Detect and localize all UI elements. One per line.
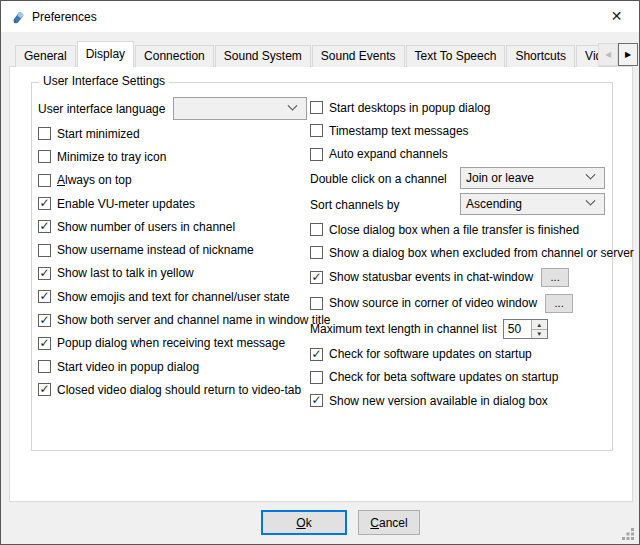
tab-sound-system[interactable]: Sound System [215,45,311,67]
checkbox-start-minimized[interactable] [38,127,51,140]
label-close-dialog-box-when-a-file-transfer-is-f[interactable]: Close dialog box when a file transfer is… [329,223,579,237]
label-enable-vu-meter-updates[interactable]: Enable VU-meter updates [57,197,195,211]
window-title: Preferences [32,10,97,24]
right-row-show-source-in-corner-of-video-window: Show source in corner of video window... [310,290,630,316]
spin-buttons: ▲▼ [531,320,547,338]
right-row-auto-expand-channels: Auto expand channels [310,143,630,166]
tab-video[interactable]: Video [576,45,598,67]
teamtalk-app-icon [10,9,26,25]
label-show-number-of-users-in-channel[interactable]: Show number of users in channel [57,220,235,234]
options-column-left: User interface languageStart minimizedMi… [38,96,310,402]
label-sort-channels-by: Sort channels by [310,198,399,212]
checkbox-popup-dialog-when-receiving-text-message[interactable]: ✓ [38,337,51,350]
tab-strip: GeneralDisplayConnectionSound SystemSoun… [15,41,598,67]
combo-selected-value: Join or leave [461,171,587,185]
chevron-down-icon [288,101,298,111]
label-always-on-top[interactable]: Always on top [57,173,132,187]
cancel-button[interactable]: Cancel [358,510,420,535]
label-show-statusbar-events-in-chat-window[interactable]: Show statusbar events in chat-window [329,270,533,284]
checkbox-closed-video-dialog-should-return-to-video[interactable]: ✓ [38,383,51,396]
checkbox-enable-vu-meter-updates[interactable]: ✓ [38,197,51,210]
more-button-show-source-in-corner-of-video-window[interactable]: ... [545,294,573,313]
label-check-for-beta-software-updates-on-startup[interactable]: Check for beta software updates on start… [329,370,558,384]
checkbox-show-both-server-and-channel-name-in-windo[interactable]: ✓ [38,314,51,327]
group-legend: User Interface Settings [39,74,169,88]
checkbox-show-statusbar-events-in-chat-window[interactable]: ✓ [310,271,323,284]
spin-down-icon[interactable]: ▼ [532,330,547,339]
checkbox-start-desktops-in-popup-dialog[interactable] [310,101,323,114]
checkbox-show-username-instead-of-nickname[interactable] [38,244,51,257]
checkbox-show-last-to-talk-in-yellow[interactable]: ✓ [38,267,51,280]
label-auto-expand-channels[interactable]: Auto expand channels [329,147,448,161]
right-row-check-for-software-updates-on-startup: ✓Check for software updates on startup [310,342,630,365]
checkbox-check-for-software-updates-on-startup[interactable]: ✓ [310,348,323,361]
checkbox-show-source-in-corner-of-video-window[interactable] [310,297,323,310]
left-row-show-username-instead-of-nickname: Show username instead of nickname [38,238,310,261]
checkbox-show-new-version-available-in-dialog-box[interactable]: ✓ [310,394,323,407]
close-icon[interactable]: ✕ [594,1,639,31]
label-show-last-to-talk-in-yellow[interactable]: Show last to talk in yellow [57,266,194,280]
combo-sort-channels-by[interactable]: Ascending [460,193,605,215]
label-show-username-instead-of-nickname[interactable]: Show username instead of nickname [57,243,254,257]
checkbox-auto-expand-channels[interactable] [310,148,323,161]
left-row-always-on-top: Always on top [38,169,310,192]
tab-page-display: User Interface Settings User interface l… [9,66,633,502]
label-start-minimized[interactable]: Start minimized [57,127,140,141]
tab-scroll-right-icon[interactable]: ▶ [618,43,638,66]
left-row-show-number-of-users-in-channel: ✓Show number of users in channel [38,215,310,238]
right-row-timestamp-text-messages: Timestamp text messages [310,119,630,142]
label-check-for-software-updates-on-startup[interactable]: Check for software updates on startup [329,347,532,361]
chevron-down-icon [586,170,596,180]
label-maximum-text-length-in-channel-list: Maximum text length in channel list [310,322,497,336]
left-row-popup-dialog-when-receiving-text-message: ✓Popup dialog when receiving text messag… [38,332,310,355]
label-closed-video-dialog-should-return-to-video[interactable]: Closed video dialog should return to vid… [57,383,301,397]
combo-selected-value: Ascending [461,197,587,211]
left-row-start-minimized: Start minimized [38,122,310,145]
more-button-show-statusbar-events-in-chat-window[interactable]: ... [541,268,569,287]
left-row-start-video-in-popup-dialog: Start video in popup dialog [38,355,310,378]
label-timestamp-text-messages[interactable]: Timestamp text messages [329,124,469,138]
tab-text-to-speech[interactable]: Text To Speech [406,45,506,67]
left-row-enable-vu-meter-updates: ✓Enable VU-meter updates [38,192,310,215]
checkbox-show-a-dialog-box-when-excluded-from-chann[interactable] [310,246,323,259]
checkbox-always-on-top[interactable] [38,174,51,187]
label-show-new-version-available-in-dialog-box[interactable]: Show new version available in dialog box [329,394,548,408]
label-popup-dialog-when-receiving-text-message[interactable]: Popup dialog when receiving text message [57,336,285,350]
left-row-closed-video-dialog-should-return-to-video: ✓Closed video dialog should return to vi… [38,378,310,401]
tab-shortcuts[interactable]: Shortcuts [506,45,575,67]
tab-general[interactable]: General [15,45,76,67]
combo-double-click-on-a-channel[interactable]: Join or leave [460,167,605,189]
label-show-emojis-and-text-for-channel-user-stat[interactable]: Show emojis and text for channel/user st… [57,290,290,304]
combo-user-interface-language[interactable] [173,97,307,120]
label-start-desktops-in-popup-dialog[interactable]: Start desktops in popup dialog [329,101,490,115]
spin-value: 50 [504,320,531,338]
ok-button[interactable]: Ok [261,510,347,535]
checkbox-timestamp-text-messages[interactable] [310,124,323,137]
chevron-down-icon [586,196,596,206]
checkbox-show-number-of-users-in-channel[interactable]: ✓ [38,220,51,233]
label-start-video-in-popup-dialog[interactable]: Start video in popup dialog [57,360,199,374]
label-minimize-to-tray-icon[interactable]: Minimize to tray icon [57,150,166,164]
checkbox-show-emojis-and-text-for-channel-user-stat[interactable]: ✓ [38,290,51,303]
left-row-minimize-to-tray-icon: Minimize to tray icon [38,145,310,168]
spinbox-maximum-text-length-in-channel-list[interactable]: 50▲▼ [503,319,548,339]
right-row-start-desktops-in-popup-dialog: Start desktops in popup dialog [310,96,630,119]
tab-sound-events[interactable]: Sound Events [312,45,405,67]
checkbox-check-for-beta-software-updates-on-startup[interactable] [310,371,323,384]
checkbox-close-dialog-box-when-a-file-transfer-is-f[interactable] [310,223,323,236]
resize-grip[interactable] [622,527,635,540]
tab-scroll-buttons: ◀ ▶ [598,43,638,66]
right-row-show-new-version-available-in-dialog-box: ✓Show new version available in dialog bo… [310,389,630,412]
tab-display[interactable]: Display [77,41,134,67]
tab-connection[interactable]: Connection [135,45,214,67]
right-row-close-dialog-box-when-a-file-transfer-is-f: Close dialog box when a file transfer is… [310,218,630,241]
label-show-both-server-and-channel-name-in-windo[interactable]: Show both server and channel name in win… [57,313,331,327]
title-bar: Preferences ✕ [1,1,639,32]
label-show-a-dialog-box-when-excluded-from-chann[interactable]: Show a dialog box when excluded from cha… [329,246,634,260]
spin-up-icon[interactable]: ▲ [532,320,547,330]
checkbox-start-video-in-popup-dialog[interactable] [38,360,51,373]
left-row-user-interface-language: User interface language [38,96,310,122]
right-row-show-a-dialog-box-when-excluded-from-chann: Show a dialog box when excluded from cha… [310,241,630,264]
label-show-source-in-corner-of-video-window[interactable]: Show source in corner of video window [329,296,537,310]
checkbox-minimize-to-tray-icon[interactable] [38,150,51,163]
